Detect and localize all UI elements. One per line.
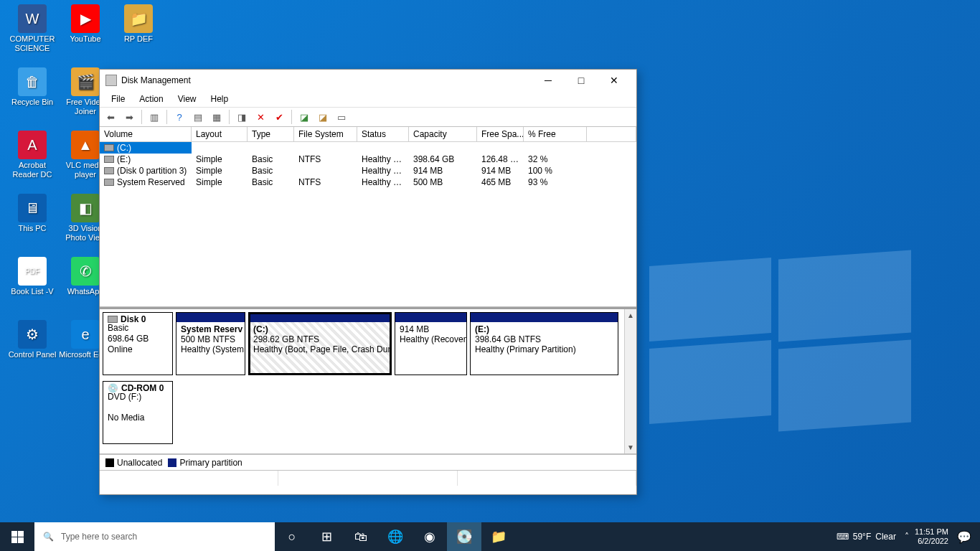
cdrom-label[interactable]: 💿CD-ROM 0 DVD (F:) No Media [103,381,173,444]
desktop-icon-youtube[interactable]: ▶YouTube [59,4,112,44]
desktop-icon-acrobat-reader-dc[interactable]: AAcrobat Reader DC [6,131,59,179]
maximize-button[interactable]: □ [565,70,598,91]
volume-row[interactable]: (C:)SimpleBasicNTFSHealthy (B...298.62 G… [100,142,636,154]
desktop-icon-rp-def[interactable]: 📁RP DEF [112,4,165,44]
taskbar-search[interactable]: 🔍 Type here to search [34,522,275,551]
partition[interactable]: (E:)398.64 GB NTFSHealthy (Primary Parti… [470,312,618,375]
cdrom-row: 💿CD-ROM 0 DVD (F:) No Media [100,378,636,447]
column-header-layout[interactable]: Layout [192,127,248,141]
menu-action[interactable]: Action [132,93,170,105]
partition[interactable]: (C:)298.62 GB NTFSHealthy (Boot, Page Fi… [248,312,392,375]
search-icon: 🔍 [43,532,54,542]
view-bottom-icon[interactable]: ▦ [209,109,225,125]
disk-management-window: Disk Management ─ □ ✕ FileActionViewHelp… [99,69,637,495]
desktop-icon-book-list-v[interactable]: PDFBook List -V [6,257,59,296]
legend-unallocated: Unallocated [105,458,162,468]
disk-graphical-view: Disk 0 Basic 698.64 GB Online System Res… [100,307,636,454]
volume-icon [104,179,114,186]
disk-0-partitions: System Reserv500 MB NTFSHealthy (System(… [176,312,633,375]
menubar: FileActionViewHelp [100,91,636,107]
column-header--free[interactable]: % Free [524,127,587,141]
partition[interactable]: System Reserv500 MB NTFSHealthy (System [176,312,245,375]
menu-help[interactable]: Help [204,93,236,105]
settings-icon[interactable]: ◨ [234,109,250,125]
taskbar: 🔍 Type here to search ○ ⊞ 🛍 🌐 ◉ 💽 📁 ⌨ 59… [0,522,980,551]
forward-button[interactable]: ➡ [121,109,137,125]
app-icon [105,75,117,86]
desktop-icon-computer-science[interactable]: WCOMPUTER SCIENCE [6,4,59,53]
column-header-type[interactable]: Type [248,127,294,141]
disk-management-taskbar-icon[interactable]: 💽 [447,522,481,551]
volume-row[interactable]: System ReservedSimpleBasicNTFSHealthy (S… [100,176,636,188]
weather-widget[interactable]: ⌨ 59°F Clear [837,532,896,542]
back-button[interactable]: ⬅ [103,109,118,125]
check-icon[interactable]: ✔ [271,109,287,125]
disk-icon [108,316,118,323]
cortana-icon[interactable]: ○ [275,522,309,551]
taskbar-apps: ○ ⊞ 🛍 🌐 ◉ 💽 📁 [275,522,516,551]
notifications-icon[interactable]: 💬 [954,530,974,544]
microsoft-store-icon[interactable]: 🛍 [344,522,378,551]
volume-list-header[interactable]: VolumeLayoutTypeFile SystemStatusCapacit… [100,127,636,142]
keyboard-icon: ⌨ [837,532,849,542]
action-icon-1[interactable]: ◪ [296,109,312,125]
file-explorer-icon[interactable]: 📁 [481,522,516,551]
minimize-button[interactable]: ─ [532,70,565,91]
menu-file[interactable]: File [104,93,132,105]
volume-icon [104,144,114,151]
tray-overflow-chevron[interactable]: ˄ [905,532,909,542]
volume-list-empty-area [100,188,636,306]
desktop-icon-recycle-bin[interactable]: 🗑Recycle Bin [6,67,59,107]
statusbar [100,470,636,486]
window-title: Disk Management [121,75,532,85]
menu-view[interactable]: View [171,93,204,105]
column-header-free-spa-[interactable]: Free Spa... [477,127,524,141]
column-header-capacity[interactable]: Capacity [409,127,477,141]
search-placeholder: Type here to search [61,532,137,542]
volume-row[interactable]: (Disk 0 partition 3)SimpleBasicHealthy (… [100,165,636,176]
start-button[interactable] [0,522,34,551]
toolbar: ⬅ ➡ ▥ ? ▤ ▦ ◨ ✕ ✔ ◪ ◪ ▭ [100,107,636,127]
task-view-icon[interactable]: ⊞ [309,522,344,551]
help-icon[interactable]: ? [171,109,187,125]
disk-0-label[interactable]: Disk 0 Basic 698.64 GB Online [103,312,173,375]
volume-list[interactable]: VolumeLayoutTypeFile SystemStatusCapacit… [100,127,636,307]
scroll-down-arrow[interactable]: ▼ [625,441,636,453]
graphical-scrollbar[interactable]: ▲ ▼ [624,309,636,453]
chrome-icon[interactable]: ◉ [413,522,447,551]
show-hide-tree-icon[interactable]: ▥ [146,109,162,125]
view-top-icon[interactable]: ▤ [190,109,206,125]
edge-icon[interactable]: 🌐 [378,522,413,551]
column-header-volume[interactable]: Volume [100,127,192,141]
titlebar[interactable]: Disk Management ─ □ ✕ [100,70,636,91]
volume-list-body[interactable]: (C:)SimpleBasicNTFSHealthy (B...298.62 G… [100,142,636,188]
partition[interactable]: 914 MBHealthy (Recovery [395,312,467,375]
action-icon-2[interactable]: ◪ [315,109,331,125]
close-button[interactable]: ✕ [598,70,631,91]
desktop-icon-control-panel[interactable]: ⚙Control Panel [6,320,59,359]
taskbar-clock[interactable]: 11:51 PM 6/2/2022 [915,527,948,546]
column-header-file-system[interactable]: File System [294,127,357,141]
legend-primary-partition: Primary partition [168,458,242,468]
delete-icon[interactable]: ✕ [253,109,268,125]
disk-0-row: Disk 0 Basic 698.64 GB Online System Res… [100,309,636,378]
volume-icon [104,156,114,163]
properties-icon[interactable]: ▭ [334,109,349,125]
legend: Unallocated Primary partition [100,454,636,470]
column-header-status[interactable]: Status [357,127,409,141]
volume-row[interactable]: (E:)SimpleBasicNTFSHealthy (P...398.64 G… [100,154,636,165]
desktop-icon-this-pc[interactable]: 🖥This PC [6,194,59,233]
system-tray: ⌨ 59°F Clear ˄ 11:51 PM 6/2/2022 💬 [837,522,980,551]
volume-icon [104,167,114,174]
scroll-up-arrow[interactable]: ▲ [625,309,636,321]
